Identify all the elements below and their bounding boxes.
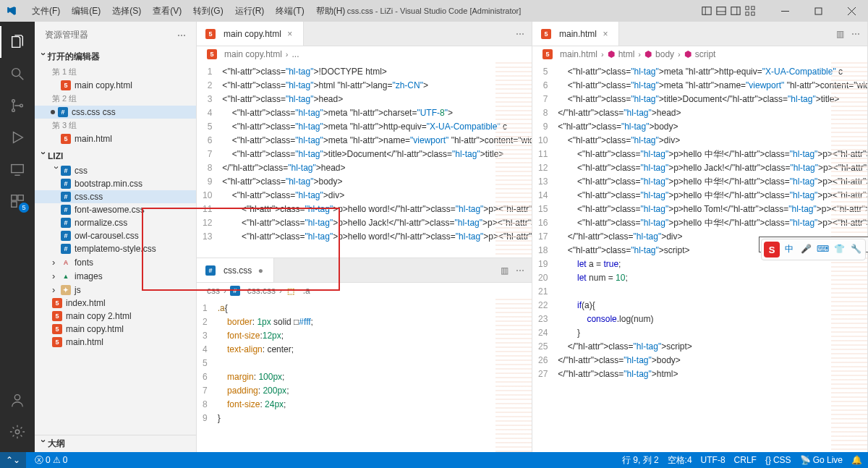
ime-mic-icon[interactable]: 🎤 [799, 242, 813, 256]
activity-source-control[interactable] [0, 90, 35, 122]
menu-select[interactable]: 选择(S) [106, 1, 147, 22]
tab-css[interactable]: #css.css● [197, 258, 274, 282]
editor-main-copy[interactable]: 12345678910111213 <"hl-attr">class="hl-t… [197, 62, 532, 258]
tab-main[interactable]: 5main.html× [532, 22, 619, 46]
editor-more-icon[interactable]: ⋯ [851, 29, 860, 39]
editor-group-3-label: 第 3 组 [35, 119, 196, 132]
file-main-html[interactable]: 5main.html [35, 336, 196, 349]
folder-js[interactable]: ✦js [35, 283, 196, 297]
activity-settings[interactable] [0, 416, 35, 448]
svg-rect-6 [746, 7, 749, 9]
folder-images[interactable]: ▲images [35, 269, 196, 283]
ime-lang-icon[interactable]: 中 [782, 242, 796, 256]
status-golive[interactable]: 📡 Go Live [800, 455, 843, 465]
sidebar-more-icon[interactable]: ⋯ [177, 30, 186, 41]
status-line-col[interactable]: 行 9, 列 2 [622, 454, 659, 467]
activity-explorer[interactable] [0, 26, 35, 58]
svg-rect-23 [12, 202, 17, 207]
tab-main-copy[interactable]: 5main copy.html× [197, 22, 304, 46]
split-editor-icon[interactable]: ▥ [836, 29, 844, 39]
file-owl-carousel-css[interactable]: #owl-carousel.css [35, 229, 196, 242]
status-problems[interactable]: ⓧ 0 ⚠ 0 [35, 454, 67, 467]
file-fontawesome-css[interactable]: #font-awesome.css [35, 203, 196, 216]
menu-edit[interactable]: 编辑(E) [66, 1, 106, 22]
layout-primary-icon[interactable] [702, 6, 712, 16]
breadcrumbs-left-top[interactable]: 5main copy.html › ... [197, 46, 532, 62]
layout-panel-icon[interactable] [716, 6, 726, 16]
svg-rect-0 [702, 7, 711, 15]
dirty-icon [51, 110, 55, 114]
layout-secondary-icon[interactable] [731, 6, 741, 16]
editor-more-icon[interactable]: ⋯ [516, 265, 524, 276]
activitybar: 5 [0, 22, 35, 452]
ime-toolbar[interactable]: S 中 🎤 ⌨ 👕 🔧 [761, 239, 866, 260]
svg-rect-22 [18, 195, 23, 200]
status-language[interactable]: {} CSS [765, 455, 791, 465]
layout-grid-icon[interactable] [745, 6, 755, 16]
file-css-css[interactable]: #css.css [35, 190, 196, 203]
svg-rect-2 [717, 7, 726, 15]
close-icon[interactable]: × [601, 30, 610, 38]
window-close-button[interactable] [835, 0, 868, 22]
status-eol[interactable]: CRLF [734, 455, 757, 465]
breadcrumbs-left-bot[interactable]: css › #css.css › ⬚.a [197, 283, 532, 299]
section-open-editors[interactable]: 打开的编辑器 [35, 48, 196, 65]
svg-rect-19 [12, 165, 24, 173]
status-spaces[interactable]: 空格:4 [668, 454, 692, 467]
svg-point-24 [14, 395, 20, 400]
file-main-copy-html[interactable]: 5main copy.html [35, 323, 196, 336]
editor-css[interactable]: 123456789 .a{ border: 1px solid □#fff; f… [197, 299, 532, 452]
file-templatemo-css[interactable]: #templatemo-style.css [35, 242, 196, 255]
breadcrumbs-right[interactable]: 5main.html › ⬢ html › ⬢ body › ⬢ script [532, 46, 867, 62]
editor-more-icon[interactable]: ⋯ [516, 29, 524, 39]
dirty-close-icon[interactable]: ● [256, 266, 265, 275]
activity-account[interactable] [0, 384, 35, 416]
svg-rect-21 [12, 195, 17, 200]
menu-run[interactable]: 运行(R) [229, 1, 271, 22]
menu-help[interactable]: 帮助(H) [310, 1, 352, 22]
extensions-badge: 5 [19, 203, 29, 213]
ime-keyboard-icon[interactable]: ⌨ [815, 242, 830, 256]
window-minimize-button[interactable] [768, 0, 801, 22]
file-main-copy2-html[interactable]: 5main copy 2.html [35, 310, 196, 323]
open-editor-css[interactable]: #css.css css [35, 106, 196, 119]
menu-view[interactable]: 查看(V) [147, 1, 187, 22]
window-maximize-button[interactable] [801, 0, 835, 22]
minimap[interactable] [495, 299, 532, 452]
split-editor-icon[interactable]: ▥ [501, 265, 509, 276]
window-controls [702, 0, 868, 22]
svg-rect-7 [752, 7, 754, 9]
menu-goto[interactable]: 转到(G) [187, 1, 229, 22]
activity-run-debug[interactable] [0, 122, 35, 153]
section-outline[interactable]: 大纲 [35, 435, 196, 452]
activity-remote[interactable] [0, 153, 35, 185]
sogou-icon[interactable]: S [764, 242, 780, 258]
file-normalize-css[interactable]: #normalize.css [35, 216, 196, 229]
folder-css[interactable]: #css [35, 163, 196, 177]
tabbar-left-bot: #css.css● ▥⋯ [197, 258, 532, 283]
activity-extensions[interactable]: 5 [0, 185, 35, 217]
file-index-html[interactable]: 5index.html [35, 297, 196, 310]
minimap[interactable] [495, 62, 532, 258]
main: 5 资源管理器⋯ 打开的编辑器 第 1 组 5main copy.html 第 … [0, 22, 868, 452]
app-icon [0, 6, 23, 16]
menu-terminal[interactable]: 终端(T) [270, 1, 310, 22]
status-encoding[interactable]: UTF-8 [701, 455, 726, 465]
activity-search[interactable] [0, 58, 35, 90]
status-remote[interactable]: ⌃⌄ [0, 452, 26, 468]
svg-point-14 [12, 69, 20, 77]
ime-shirt-icon[interactable]: 👕 [832, 242, 846, 256]
open-editor-main[interactable]: 5main.html [35, 132, 196, 145]
ime-tool-icon[interactable]: 🔧 [848, 242, 863, 256]
editor-group-left: 5main copy.html× ⋯ 5main copy.html › ...… [197, 22, 532, 452]
open-editor-main-copy[interactable]: 5main copy.html [35, 79, 196, 92]
window-title: css.css - LiZi - Visual Studio Code [Adm… [347, 7, 522, 15]
status-notifications[interactable]: 🔔 [851, 455, 862, 465]
sidebar-title: 资源管理器⋯ [35, 22, 196, 47]
menu-file[interactable]: 文件(F) [26, 1, 66, 22]
folder-fonts[interactable]: Afonts [35, 255, 196, 269]
section-project[interactable]: LIZI [35, 148, 196, 163]
editor-group-right: 5main.html× ▥⋯ 5main.html › ⬢ html › ⬢ b… [532, 22, 868, 452]
close-icon[interactable]: × [286, 30, 294, 38]
file-bootstrap-css[interactable]: #bootstrap.min.css [35, 177, 196, 190]
